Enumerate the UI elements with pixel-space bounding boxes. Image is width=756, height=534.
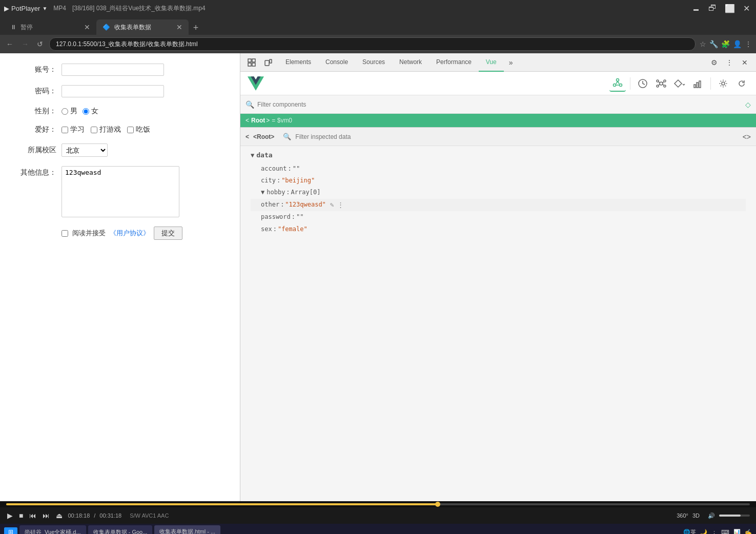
tab-vue[interactable]: Vue bbox=[479, 53, 504, 72]
maximize-icon[interactable]: ⬜ bbox=[723, 4, 737, 13]
start-button[interactable]: ⊞ bbox=[4, 527, 17, 534]
browser-tab-paused[interactable]: ⏸ 暂停 ✕ bbox=[4, 19, 96, 35]
forward-button[interactable]: → bbox=[19, 38, 31, 50]
browser-tab-active[interactable]: 🔷 收集表单数据 ✕ bbox=[96, 19, 189, 35]
svg-rect-1 bbox=[252, 59, 255, 62]
puzzle-icon[interactable]: 🧩 bbox=[721, 40, 730, 48]
play-button[interactable]: ▶ bbox=[6, 511, 14, 520]
tab-network[interactable]: Network bbox=[392, 53, 429, 72]
router-button[interactable] bbox=[671, 75, 688, 92]
devtools-tabs: Elements Console Sources Network Perform… bbox=[278, 53, 706, 72]
vue-settings-button[interactable] bbox=[715, 75, 731, 92]
hobby-study-option[interactable]: 学习 bbox=[62, 125, 85, 134]
svg-point-15 bbox=[664, 80, 666, 82]
account-input[interactable] bbox=[62, 64, 164, 76]
minimize-icon[interactable]: 🗕 bbox=[690, 4, 702, 13]
hobby-study-checkbox[interactable] bbox=[62, 127, 68, 133]
inspect-element-button[interactable] bbox=[244, 55, 259, 70]
close-icon[interactable]: ✕ bbox=[741, 4, 752, 13]
media-progress-container[interactable] bbox=[6, 503, 750, 505]
hobby-row: 爱好： 学习 打游戏 吃饭 bbox=[15, 125, 224, 134]
devtools-toolbar-right: ⚙ ⋮ ✕ bbox=[707, 55, 752, 70]
taskbar-item-html[interactable]: 收集表单数据.html - ... bbox=[154, 525, 220, 534]
data-more-icon[interactable]: ⋮ bbox=[337, 200, 344, 211]
inspector-panel: < <Root> 🔍 <> ▼ data account bbox=[240, 127, 756, 501]
hobby-games-checkbox[interactable] bbox=[91, 127, 97, 133]
degree-label: 360° bbox=[677, 512, 688, 519]
components-view-button[interactable] bbox=[609, 75, 626, 92]
back-button[interactable]: ← bbox=[4, 38, 15, 50]
more-tabs-button[interactable]: » bbox=[504, 55, 518, 70]
tab-close-icon[interactable]: ✕ bbox=[84, 23, 90, 31]
new-tab-button[interactable]: + bbox=[189, 20, 203, 35]
tab-elements[interactable]: Elements bbox=[278, 53, 318, 72]
data-edit-icon[interactable]: ✎ bbox=[330, 200, 334, 211]
data-section-toggle[interactable]: ▼ data bbox=[251, 151, 746, 159]
campus-label: 所属校区 bbox=[15, 146, 56, 155]
volume-bar[interactable] bbox=[719, 515, 750, 517]
stop-button[interactable]: ■ bbox=[18, 511, 24, 520]
component-tree: < Root > = $vm0 bbox=[240, 114, 756, 127]
vuex-button[interactable] bbox=[653, 75, 669, 92]
tray-keyboard-icon: ⌨ bbox=[721, 529, 729, 535]
profile-icon[interactable]: 👤 bbox=[733, 40, 742, 48]
prev-button[interactable]: ⏮ bbox=[28, 511, 37, 520]
hobby-food-checkbox[interactable] bbox=[127, 127, 134, 133]
tab-performance[interactable]: Performance bbox=[429, 53, 479, 72]
hobby-label: 爱好： bbox=[15, 125, 56, 134]
close-devtools-button[interactable]: ✕ bbox=[738, 55, 752, 70]
gender-row: 性别： 男 女 bbox=[15, 107, 224, 116]
tab-sources[interactable]: Sources bbox=[355, 53, 392, 72]
settings-button[interactable]: ⚙ bbox=[707, 55, 721, 70]
url-input[interactable] bbox=[49, 37, 696, 51]
hobby-food-option[interactable]: 吃饭 bbox=[127, 125, 150, 134]
gender-female-radio[interactable] bbox=[83, 108, 89, 115]
tab-console[interactable]: Console bbox=[318, 53, 355, 72]
taskbar-item-vue[interactable]: 尚硅谷_Vue全家桶.d... bbox=[19, 525, 86, 534]
title-dropdown-icon[interactable]: ▼ bbox=[42, 6, 47, 11]
inspector-code-view-button[interactable]: <> bbox=[743, 133, 751, 141]
inspector-root-tag: < bbox=[246, 133, 249, 140]
svg-rect-23 bbox=[694, 85, 696, 88]
gender-male-radio[interactable] bbox=[62, 108, 68, 115]
devtools-menu-button[interactable]: ⋮ bbox=[722, 55, 737, 70]
submit-button[interactable]: 提交 bbox=[154, 227, 182, 240]
extension-icon[interactable]: 🔧 bbox=[709, 40, 718, 48]
agreement-link[interactable]: 《用户协议》 bbox=[110, 229, 150, 238]
svg-rect-0 bbox=[248, 59, 251, 62]
svg-rect-2 bbox=[248, 63, 251, 66]
device-toolbar-button[interactable] bbox=[261, 55, 275, 70]
agreement-checkbox[interactable] bbox=[62, 230, 68, 237]
window-controls: 🗕 🗗 ⬜ ✕ bbox=[690, 4, 752, 13]
next-button[interactable]: ⏭ bbox=[42, 511, 51, 520]
gender-male-option[interactable]: 男 bbox=[62, 107, 77, 116]
bookmark-icon[interactable]: ☆ bbox=[700, 40, 706, 48]
other-textarea[interactable]: 123qweasd bbox=[62, 166, 179, 217]
media-progress-handle[interactable] bbox=[435, 502, 440, 507]
app-name[interactable]: ▶ PotPlayer ▼ bbox=[4, 5, 47, 12]
inspector-filter-input[interactable] bbox=[295, 133, 738, 140]
timeline-button[interactable] bbox=[635, 75, 651, 92]
gender-female-option[interactable]: 女 bbox=[83, 107, 98, 116]
svg-line-18 bbox=[659, 81, 660, 83]
reload-button[interactable]: ↺ bbox=[35, 38, 45, 50]
taskbar-item-google[interactable]: 收集表单数据 - Goo... bbox=[88, 525, 153, 534]
data-item-other-actions: ✎ ⋮ bbox=[330, 200, 344, 211]
eject-button[interactable]: ⏏ bbox=[55, 511, 64, 520]
tab-close-active-icon[interactable]: ✕ bbox=[176, 23, 182, 31]
total-time: 00:31:18 bbox=[99, 512, 121, 519]
system-tray: 🌐英 🌙 ： ⌨ 📊 ✍ bbox=[683, 528, 752, 535]
data-hobby-toggle[interactable]: ▼ bbox=[261, 188, 264, 197]
volume-icon[interactable]: 🔊 bbox=[708, 512, 715, 519]
data-item-city: city : "beijing" bbox=[251, 175, 746, 187]
restore-icon[interactable]: 🗗 bbox=[706, 4, 719, 13]
campus-select[interactable]: 北京 上海 深圳 武汉 bbox=[62, 143, 108, 157]
menu-icon[interactable]: ⋮ bbox=[745, 40, 752, 48]
performance-button[interactable] bbox=[690, 75, 706, 92]
component-filter-input[interactable] bbox=[257, 101, 742, 108]
hobby-games-option[interactable]: 打游戏 bbox=[91, 125, 121, 134]
refresh-button[interactable] bbox=[733, 75, 750, 92]
root-component-item[interactable]: < Root > = $vm0 bbox=[240, 114, 756, 127]
password-input[interactable] bbox=[62, 85, 164, 97]
devtools-toolbar-left bbox=[244, 55, 275, 70]
